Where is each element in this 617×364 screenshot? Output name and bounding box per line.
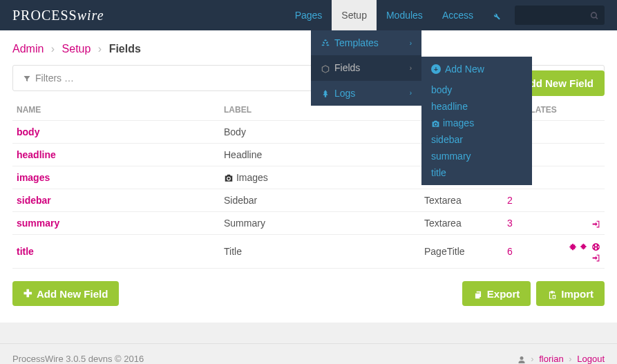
field-templates: 3 (503, 212, 561, 235)
field-flags (561, 212, 605, 235)
dropdown-field-headline[interactable]: headline (421, 98, 532, 115)
nav-modules[interactable]: Modules (377, 0, 433, 30)
field-link[interactable]: images (17, 172, 50, 183)
field-templates: 6 (503, 235, 561, 269)
footer-logout[interactable]: Logout (577, 354, 605, 364)
field-flags (561, 189, 605, 212)
footer-version: ProcessWire 3.0.5 devns © 2016 (12, 354, 144, 364)
field-link[interactable]: sidebar (17, 195, 51, 206)
dropdown-templates[interactable]: Templates › (311, 30, 421, 55)
field-flags (561, 166, 605, 189)
dropdown-logs[interactable]: Logs › (311, 81, 421, 106)
setup-dropdown: Templates › Fields › Logs › (311, 30, 421, 106)
svg-line-1 (596, 17, 598, 19)
logo[interactable]: PROCESSwire (12, 8, 104, 23)
field-label: Body (220, 121, 420, 144)
filter-icon (23, 73, 31, 84)
field-templates: 2 (503, 189, 561, 212)
field-flags (561, 121, 605, 144)
field-type: PageTitle (420, 235, 503, 269)
chevron-right-icon: › (410, 89, 412, 97)
plus-circle-icon: ✚ (23, 287, 32, 300)
camera-icon (224, 172, 234, 183)
footer: ProcessWire 3.0.5 devns © 2016 › florian… (0, 343, 617, 364)
field-link[interactable]: body (17, 126, 39, 137)
svg-point-0 (591, 12, 597, 18)
copy-icon (473, 288, 483, 300)
table-row: titleTitlePageTitle6 (12, 235, 605, 269)
dropdown-field-body[interactable]: body (421, 82, 532, 98)
add-new-field-button-bottom[interactable]: ✚ Add New Field (12, 281, 119, 306)
camera-icon (431, 117, 440, 128)
dropdown-add-new[interactable]: + Add New (421, 57, 532, 82)
search-icon[interactable] (590, 10, 599, 20)
signin-icon (591, 218, 600, 229)
plus-circle-icon: + (431, 64, 441, 74)
field-label: Headline (220, 144, 420, 166)
fields-dropdown: + Add New body headline images sidebar s… (421, 57, 532, 185)
field-flags (561, 235, 605, 269)
paste-icon (547, 288, 557, 300)
tree-icon (321, 88, 334, 99)
field-link[interactable]: title (17, 246, 34, 257)
globe-icon (591, 240, 600, 251)
dropdown-field-summary[interactable]: summary (421, 148, 532, 164)
signin-icon (591, 251, 600, 262)
footer-user[interactable]: florian (539, 354, 563, 364)
wrench-icon[interactable] (483, 10, 509, 21)
dropdown-field-title[interactable]: title (421, 164, 532, 181)
field-type: Textarea (420, 189, 503, 212)
dropdown-field-images[interactable]: images (421, 115, 532, 131)
chevron-right-icon: › (410, 64, 412, 72)
field-label: Title (220, 235, 420, 269)
puzzle-icon (568, 240, 577, 251)
breadcrumb-admin[interactable]: Admin (12, 43, 44, 55)
nav-setup[interactable]: Setup (332, 0, 377, 30)
user-icon (518, 354, 526, 364)
dropdown-fields[interactable]: Fields › (311, 55, 421, 80)
cube-icon (321, 62, 334, 73)
breadcrumb-current: Fields (109, 43, 141, 55)
puzzle2-icon (580, 240, 589, 251)
field-label: Images (220, 166, 420, 189)
table-row: sidebarSidebarTextarea2 (12, 189, 605, 212)
nav-pages[interactable]: Pages (285, 0, 332, 30)
breadcrumb-setup[interactable]: Setup (62, 43, 91, 55)
table-row: summarySummaryTextarea3 (12, 212, 605, 235)
field-link[interactable]: headline (17, 149, 56, 160)
chevron-right-icon: › (410, 39, 412, 47)
export-button[interactable]: Export (462, 281, 531, 306)
breadcrumb: Admin › Setup › Fields (12, 43, 605, 55)
field-type: Textarea (420, 212, 503, 235)
import-button[interactable]: Import (536, 281, 605, 306)
nav-access[interactable]: Access (433, 0, 483, 30)
dropdown-field-sidebar[interactable]: sidebar (421, 131, 532, 148)
field-label: Summary (220, 212, 420, 235)
field-link[interactable]: summary (17, 218, 59, 229)
field-flags (561, 144, 605, 166)
cubes-icon (321, 37, 334, 48)
field-label: Sidebar (220, 189, 420, 212)
col-name[interactable]: NAME (12, 99, 220, 121)
